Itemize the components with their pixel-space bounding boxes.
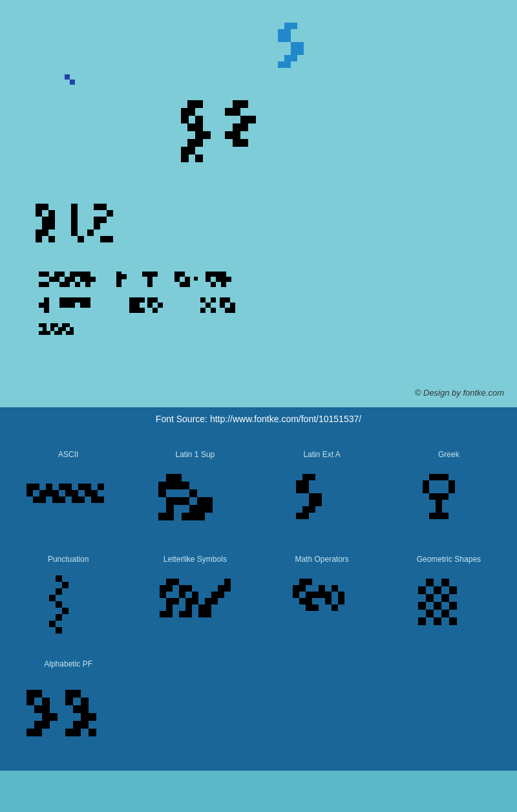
svg-rect-201 [158, 482, 166, 489]
svg-rect-316 [434, 602, 441, 610]
svg-rect-5 [284, 36, 291, 42]
svg-rect-55 [48, 236, 55, 242]
svg-rect-39 [240, 123, 248, 131]
svg-rect-274 [160, 611, 166, 617]
charmap-cell-alphabeticpf[interactable]: Alphabetic PF [6, 653, 130, 751]
svg-rect-273 [185, 604, 192, 611]
medium-left-svg [36, 200, 152, 252]
charmap-cell-geoshapes[interactable]: Geometric Shapes [387, 548, 511, 646]
svg-rect-289 [299, 579, 306, 585]
charmap-label-punctuation: Punctuation [48, 555, 89, 564]
svg-rect-311 [434, 586, 441, 594]
svg-rect-129 [80, 297, 85, 303]
svg-rect-275 [166, 611, 173, 617]
svg-rect-235 [429, 474, 436, 480]
svg-rect-86 [75, 282, 80, 287]
svg-rect-171 [62, 327, 66, 331]
charmap-label-ascii: ASCII [58, 450, 78, 459]
charmap-glyph-letterlike [147, 569, 244, 640]
svg-rect-13 [284, 61, 291, 68]
svg-rect-320 [418, 617, 426, 625]
svg-rect-34 [225, 108, 233, 116]
charmap-cell-latinexta[interactable]: Latin Ext A [260, 443, 384, 542]
svg-rect-167 [54, 331, 58, 335]
charmap-cell-ascii[interactable]: ASCII [6, 443, 130, 542]
latinexta-glyph-svg [290, 467, 354, 532]
charmap-cell-punctuation[interactable]: Punctuation [6, 548, 130, 646]
svg-rect-156 [230, 308, 235, 313]
svg-rect-238 [423, 480, 429, 487]
svg-rect-299 [319, 592, 325, 598]
svg-rect-272 [166, 604, 173, 611]
charmap-cell-latin1sup[interactable]: Latin 1 Sup [133, 443, 257, 542]
svg-rect-116 [226, 277, 231, 282]
svg-rect-23 [195, 123, 203, 131]
svg-rect-188 [72, 490, 78, 497]
svg-rect-85 [80, 277, 85, 282]
svg-rect-234 [302, 513, 309, 519]
svg-rect-125 [65, 303, 70, 308]
font-source-link[interactable]: http://www.fontke.com/font/10151537/ [210, 414, 361, 424]
svg-rect-98 [153, 272, 158, 277]
svg-rect-302 [325, 592, 332, 598]
charmap-label-letterlike: Letterlike Symbols [164, 555, 227, 564]
svg-rect-184 [59, 484, 65, 490]
svg-rect-177 [26, 490, 33, 497]
svg-rect-95 [116, 282, 121, 287]
svg-rect-61 [78, 236, 84, 242]
svg-rect-291 [293, 585, 299, 592]
charmap-area: ASCII [0, 431, 517, 771]
svg-rect-194 [91, 490, 98, 497]
svg-rect-134 [134, 297, 140, 303]
svg-rect-212 [166, 513, 174, 520]
charmap-cell-mathops[interactable]: Math Operators [260, 548, 384, 646]
ascii-glyph-svg [26, 471, 111, 529]
svg-rect-165 [50, 327, 54, 331]
svg-rect-169 [62, 323, 66, 327]
svg-rect-230 [315, 500, 322, 506]
svg-rect-65 [94, 217, 100, 223]
svg-rect-328 [42, 705, 50, 713]
svg-rect-282 [205, 611, 211, 617]
latin1sup-glyph-svg [153, 467, 237, 532]
svg-rect-202 [166, 482, 174, 489]
svg-rect-37 [248, 116, 256, 123]
svg-rect-174 [70, 331, 74, 335]
charmap-glyph-mathops [273, 569, 370, 640]
svg-rect-209 [182, 497, 189, 505]
svg-rect-62 [94, 204, 100, 210]
svg-rect-220 [197, 497, 205, 505]
svg-rect-47 [48, 210, 55, 217]
svg-rect-119 [44, 303, 49, 308]
svg-rect-330 [50, 713, 58, 721]
svg-rect-40 [225, 131, 233, 139]
svg-rect-161 [43, 331, 47, 335]
svg-rect-338 [81, 698, 89, 705]
svg-rect-217 [197, 513, 205, 520]
svg-rect-84 [70, 277, 75, 282]
svg-rect-81 [65, 282, 70, 287]
svg-rect-118 [44, 297, 49, 303]
svg-rect-99 [147, 277, 153, 282]
svg-rect-22 [187, 123, 195, 131]
svg-rect-256 [56, 614, 62, 621]
charmap-cell-greek[interactable]: Greek [387, 443, 511, 542]
svg-rect-332 [42, 721, 50, 729]
svg-rect-141 [147, 297, 153, 303]
svg-rect-218 [205, 497, 213, 505]
svg-rect-288 [224, 585, 231, 592]
svg-rect-240 [423, 487, 429, 493]
svg-rect-312 [449, 586, 457, 594]
svg-rect-294 [306, 592, 312, 598]
svg-rect-150 [211, 308, 216, 313]
svg-rect-80 [59, 282, 65, 287]
svg-rect-223 [296, 480, 302, 487]
svg-rect-109 [211, 272, 216, 277]
svg-rect-246 [436, 506, 442, 513]
svg-rect-77 [59, 272, 65, 277]
svg-rect-166 [58, 327, 62, 331]
charmap-cell-letterlike[interactable]: Letterlike Symbols [133, 548, 257, 646]
svg-rect-207 [166, 497, 174, 505]
charmap-glyph-punctuation [20, 569, 117, 640]
svg-rect-341 [81, 713, 89, 721]
